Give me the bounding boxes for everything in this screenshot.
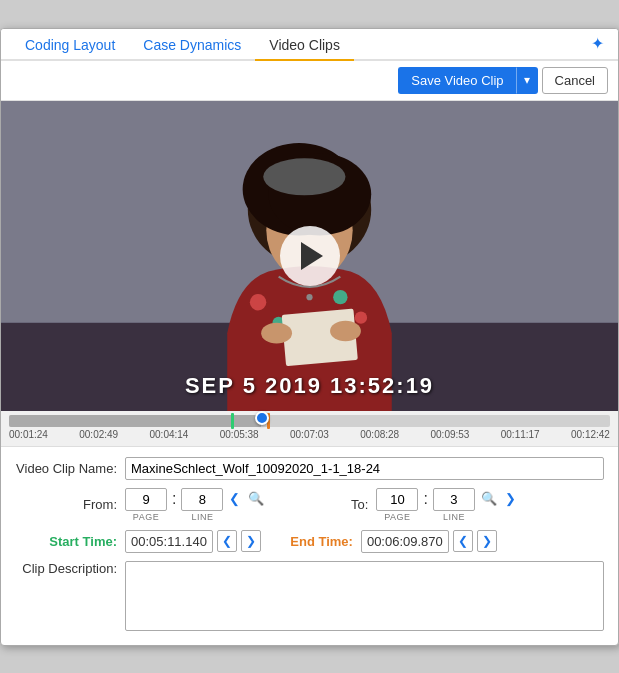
timeline-label-8: 00:12:42: [571, 429, 610, 440]
start-time-prev-button[interactable]: ❮: [217, 530, 237, 552]
timeline-label-1: 00:02:49: [79, 429, 118, 440]
start-time-next-button[interactable]: ❯: [241, 530, 261, 552]
to-search-forward-button[interactable]: 🔍: [479, 489, 499, 508]
timeline-label-7: 00:11:17: [501, 429, 540, 440]
end-time-section: 00:06:09.870 ❮ ❯: [361, 530, 497, 553]
cancel-button[interactable]: Cancel: [542, 67, 608, 94]
tab-case-dynamics[interactable]: Case Dynamics: [129, 29, 255, 61]
end-time-label: End Time:: [261, 534, 361, 549]
play-button[interactable]: [280, 226, 340, 286]
svg-point-7: [250, 294, 266, 310]
svg-point-12: [306, 294, 312, 300]
tab-video-clips[interactable]: Video Clips: [255, 29, 354, 61]
timeline-label-6: 00:09:53: [431, 429, 470, 440]
svg-point-14: [261, 322, 292, 343]
timeline-label-4: 00:07:03: [290, 429, 329, 440]
start-time-label: Start Time:: [15, 534, 125, 549]
start-time-value: 00:05:11.140: [125, 530, 213, 553]
from-page-input[interactable]: [125, 488, 167, 511]
from-line-box: LINE: [181, 488, 223, 522]
video-player: SEP 5 2019 13:52:19: [1, 101, 618, 411]
video-timestamp: SEP 5 2019 13:52:19: [185, 373, 434, 399]
pin-icon[interactable]: ✦: [587, 30, 608, 57]
to-line-label: LINE: [443, 512, 465, 522]
end-time-prev-button[interactable]: ❮: [453, 530, 473, 552]
main-window: Coding Layout Case Dynamics Video Clips …: [0, 28, 619, 646]
toolbar: Save Video Clip ▾ Cancel: [1, 61, 618, 101]
save-video-clip-button[interactable]: Save Video Clip: [398, 67, 515, 94]
from-page-box: PAGE: [125, 488, 167, 522]
timeline-progress: [9, 415, 261, 427]
description-row: Clip Description:: [15, 561, 604, 631]
to-page-label: PAGE: [384, 512, 410, 522]
tab-coding-layout[interactable]: Coding Layout: [11, 29, 129, 61]
tab-bar: Coding Layout Case Dynamics Video Clips …: [1, 29, 618, 61]
end-time-next-button[interactable]: ❯: [477, 530, 497, 552]
description-label: Clip Description:: [15, 561, 125, 576]
to-line-box: LINE: [433, 488, 475, 522]
timeline-bar: 00:01:24 00:02:49 00:04:14 00:05:38 00:0…: [1, 411, 618, 447]
timeline-track[interactable]: [9, 415, 610, 427]
timeline-labels: 00:01:24 00:02:49 00:04:14 00:05:38 00:0…: [9, 429, 610, 440]
to-search-after-button[interactable]: ❯: [503, 489, 518, 508]
end-time-value: 00:06:09.870: [361, 530, 449, 553]
from-to-row: From: PAGE : LINE ❮ 🔍 To: PAGE: [15, 488, 604, 522]
svg-point-16: [263, 158, 345, 195]
from-search-forward-button[interactable]: 🔍: [246, 489, 266, 508]
description-textarea[interactable]: [125, 561, 604, 631]
svg-point-15: [330, 320, 361, 341]
from-label: From:: [15, 497, 125, 512]
start-time-section: 00:05:11.140 ❮ ❯: [125, 530, 261, 553]
timeline-label-0: 00:01:24: [9, 429, 48, 440]
video-background: SEP 5 2019 13:52:19: [1, 101, 618, 411]
to-page-box: PAGE: [376, 488, 418, 522]
from-page-line-group: PAGE : LINE ❮ 🔍: [125, 488, 266, 522]
play-icon: [301, 242, 323, 270]
timeline-label-3: 00:05:38: [220, 429, 259, 440]
to-label: To:: [266, 497, 376, 512]
clip-name-input[interactable]: [125, 457, 604, 480]
to-page-input[interactable]: [376, 488, 418, 511]
time-row: Start Time: 00:05:11.140 ❮ ❯ End Time: 0…: [15, 530, 604, 553]
from-line-label: LINE: [191, 512, 213, 522]
save-dropdown-button[interactable]: ▾: [516, 67, 538, 94]
to-line-input[interactable]: [433, 488, 475, 511]
from-colon: :: [171, 490, 177, 508]
timeline-thumb[interactable]: [255, 411, 269, 425]
from-line-input[interactable]: [181, 488, 223, 511]
svg-point-9: [333, 289, 347, 303]
timeline-marker-start: [231, 413, 234, 429]
save-button-group: Save Video Clip ▾: [398, 67, 537, 94]
from-page-label: PAGE: [133, 512, 159, 522]
to-page-line-group: PAGE : LINE 🔍 ❯: [376, 488, 517, 522]
svg-point-10: [355, 311, 367, 323]
form-area: Video Clip Name: From: PAGE : LINE ❮ 🔍 T…: [1, 447, 618, 645]
clip-name-label: Video Clip Name:: [15, 461, 125, 476]
from-search-back-button[interactable]: ❮: [227, 489, 242, 508]
clip-name-row: Video Clip Name:: [15, 457, 604, 480]
to-colon: :: [422, 490, 428, 508]
timeline-label-2: 00:04:14: [150, 429, 189, 440]
timeline-label-5: 00:08:28: [360, 429, 399, 440]
